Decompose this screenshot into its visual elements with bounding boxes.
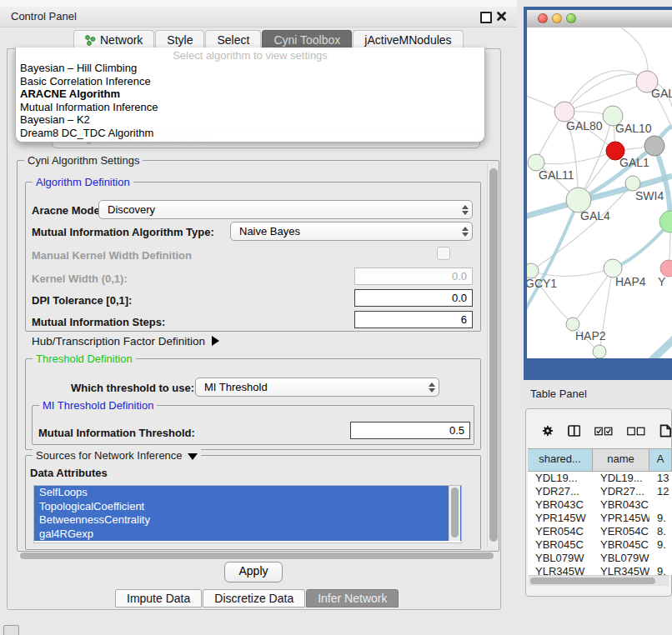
table-row[interactable]: YPR145WYPR145W9. — [528, 512, 672, 525]
table-header-row: shared...nameA — [528, 448, 672, 472]
algorithm-definition-title: Algorithm Definition — [33, 176, 133, 188]
network-node[interactable] — [659, 211, 672, 232]
deselect-all-icon[interactable] — [627, 426, 645, 437]
zoom-traffic-light-icon[interactable] — [566, 13, 576, 23]
bottom-tab-discretize-data[interactable]: Discretize Data — [203, 589, 305, 608]
aracne-mode-select[interactable]: Discovery — [98, 200, 473, 219]
minimize-traffic-light-icon[interactable] — [552, 13, 562, 23]
tab-cyni-toolbox[interactable]: Cyni Toolbox — [262, 30, 352, 49]
column-header-name[interactable]: name — [593, 449, 649, 471]
split-columns-icon[interactable] — [568, 423, 580, 438]
mi-threshold-field[interactable]: 0.5 — [350, 422, 470, 439]
node-label-hap2: HAP2 — [575, 329, 606, 342]
network-edge — [527, 200, 579, 315]
tab-select[interactable]: Select — [205, 30, 261, 49]
column-header-a[interactable]: A — [649, 449, 672, 471]
mi-algorithm-type-select[interactable]: Naive Bayes — [230, 222, 473, 241]
which-threshold-select[interactable]: MI Threshold — [195, 378, 439, 397]
table-cell: YDR27... — [528, 485, 593, 498]
bottom-tab-bar: Impute DataDiscretize DataInfer Network — [115, 589, 399, 608]
table-horizontal-scrollbar[interactable] — [529, 575, 669, 586]
algorithm-dropdown-placeholder: Select algorithm to view settings — [16, 48, 484, 62]
table-row[interactable]: YDL19...YDL19...13 — [528, 472, 672, 485]
kernel-width-field[interactable]: 0.0 — [354, 268, 473, 285]
mini-grid-icon[interactable] — [3, 625, 19, 635]
algorithm-dropdown-list: Bayesian – Hill ClimbingBasic Correlatio… — [16, 62, 484, 139]
tab-label: Network — [100, 33, 143, 47]
tab-style[interactable]: Style — [155, 30, 204, 49]
table-row[interactable]: YER054CYER054C8. — [528, 525, 672, 538]
table-cell: YBR045C — [593, 538, 649, 552]
algorithm-option-dream8-dc-tdc-algorithm[interactable]: Dream8 DC_TDC Algorithm — [16, 127, 484, 140]
table-row[interactable]: YBR043CYBR043C — [528, 498, 672, 512]
attribute-item-betweennesscentrality[interactable]: BetweennessCentrality — [34, 513, 461, 528]
algorithm-option-basic-correlation-inference[interactable]: Basic Correlation Inference — [16, 75, 484, 88]
control-panel-title: Control Panel — [11, 10, 77, 22]
table-row[interactable]: YLR345WYLR345W9. — [528, 565, 672, 575]
node-label-hap4: HAP4 — [615, 275, 646, 288]
dpi-tolerance-field[interactable]: 0.0 — [354, 289, 473, 307]
network-edge — [617, 338, 672, 358]
which-threshold-label: Which threshold to use: — [71, 382, 194, 394]
network-canvas[interactable]: GAL7GAL80GAL10GAL1GAL11GAL4SWI4HAP4YGCY1… — [527, 28, 672, 358]
table-cell: YPR145W — [593, 512, 649, 525]
table-cell: 13 — [649, 472, 672, 485]
network-window-titlebar[interactable] — [527, 10, 672, 28]
attribute-item-selfloops[interactable]: SelfLoops — [34, 486, 461, 500]
close-traffic-light-icon[interactable] — [538, 13, 548, 23]
table-cell: YDL19... — [528, 472, 593, 485]
hub-definition-toggle[interactable]: Hub/Transcription Factor Definition — [32, 335, 219, 348]
attributes-vertical-scrollbar[interactable] — [449, 486, 460, 541]
table-cell — [649, 552, 672, 565]
select-all-icon[interactable] — [594, 426, 613, 437]
table-cell: 12 — [649, 485, 672, 498]
algorithm-option-bayesian-k2[interactable]: Bayesian – K2 — [16, 113, 484, 127]
float-window-icon[interactable] — [480, 12, 492, 23]
algorithm-option-mutual-information-inference[interactable]: Mutual Information Inference — [16, 101, 484, 114]
expand-right-icon — [212, 336, 219, 346]
column-header-shared[interactable]: shared... — [528, 449, 593, 471]
table-cell: YBR043C — [593, 498, 649, 512]
tab-bar: NetworkStyleSelectCyni ToolboxjActiveMNo… — [73, 30, 464, 49]
manual-kernel-width-checkbox[interactable] — [437, 247, 450, 260]
bottom-tab-impute-data[interactable]: Impute Data — [115, 589, 202, 608]
sources-group-title[interactable]: Sources for Network Inference — [33, 449, 201, 462]
attribute-item-gal4rgexp[interactable]: gal4RGexp — [34, 528, 461, 542]
settings-vertical-scrollbar[interactable] — [487, 163, 499, 547]
document-icon[interactable] — [659, 422, 672, 439]
bottom-tab-infer-network[interactable]: Infer Network — [306, 589, 399, 608]
tab-jactivemnodules[interactable]: jActiveMNodules — [353, 30, 463, 49]
node-label-gal4: GAL4 — [580, 209, 610, 222]
table-row[interactable]: YDR27...YDR27...12 — [528, 485, 672, 498]
tab-label: jActiveMNodules — [364, 33, 451, 47]
attribute-item-topologicalcoefficient[interactable]: TopologicalCoefficient — [34, 500, 461, 514]
settings-horizontal-scrollbar[interactable] — [18, 552, 497, 560]
combo-arrows-icon — [459, 205, 472, 215]
tab-network[interactable]: Network — [73, 30, 154, 49]
table-cell: YBR045C — [528, 538, 593, 552]
table-body: YDL19...YDL19...13YDR27...YDR27...12YBR0… — [528, 472, 672, 575]
combo-arrows-icon — [459, 227, 472, 237]
algorithm-option-bayesian-hill-climbing[interactable]: Bayesian – Hill Climbing — [16, 62, 484, 75]
network-node[interactable] — [644, 136, 664, 156]
table-cell: YBR043C — [528, 498, 593, 512]
close-icon[interactable] — [496, 11, 507, 22]
algorithm-option-aracne-algorithm[interactable]: ARACNE Algorithm — [16, 88, 484, 101]
network-node-y[interactable] — [660, 260, 672, 277]
apply-button[interactable]: Apply — [224, 562, 283, 582]
table-cell: 8. — [649, 525, 672, 538]
algorithm-dropdown-popup: Select algorithm to view settings Bayesi… — [15, 48, 485, 142]
network-node[interactable] — [593, 345, 606, 358]
node-label-swi4: SWI4 — [635, 189, 664, 202]
node-label-gal10: GAL10 — [615, 122, 652, 135]
table-cell: YLR345W — [593, 565, 649, 575]
gear-icon[interactable] — [542, 423, 554, 438]
mi-threshold-group-title: MI Threshold Definition — [39, 399, 157, 412]
table-row[interactable]: YBR045CYBR045C9. — [528, 538, 672, 552]
node-label-gal80: GAL80 — [566, 119, 603, 132]
table-cell: YBL079W — [593, 552, 649, 565]
screen: Control Panel NetworkStyleSelectCyni Too… — [0, 0, 672, 635]
table-row[interactable]: YBL079WYBL079W — [528, 552, 672, 565]
mi-steps-field[interactable]: 6 — [354, 311, 473, 328]
mi-threshold-label: Mutual Information Threshold: — [38, 427, 195, 439]
